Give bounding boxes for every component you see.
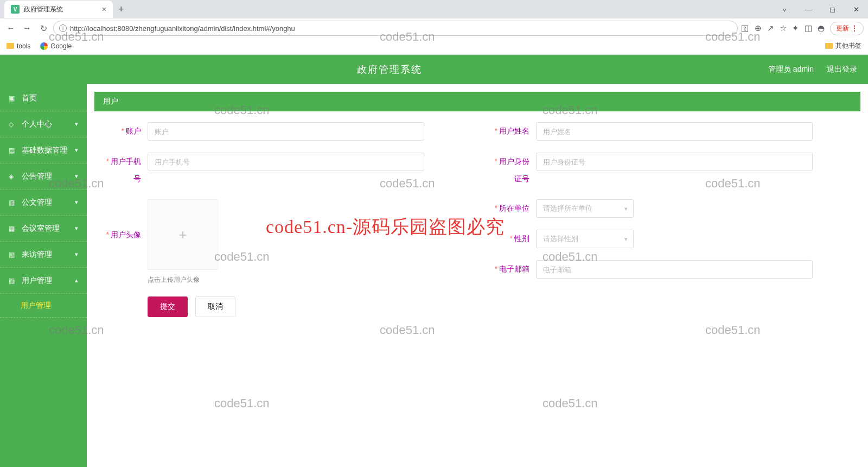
avatar-upload[interactable]: + xyxy=(148,199,218,270)
tab-bar: V 政府管理系统 × + — ◻ ✕ xyxy=(0,0,868,18)
folder-icon xyxy=(825,43,833,49)
email-input[interactable] xyxy=(536,260,813,279)
sidebar-subitem-usermgmt[interactable]: 用户管理 xyxy=(0,294,87,318)
chevron-up-icon: ▴ xyxy=(75,277,78,284)
bookmarks-bar: tools Google 其他书签 xyxy=(0,38,868,54)
key-icon[interactable]: ⚿ xyxy=(741,24,749,33)
url-bar[interactable]: i http://localhost:8080/zhengfuguanlixit… xyxy=(53,21,738,36)
tab-title: 政府管理系统 xyxy=(24,5,63,14)
sidebar-item-label: 公告管理 xyxy=(22,172,52,181)
user-area: 管理员 admin 退出登录 xyxy=(768,65,857,74)
label-email: *电子邮箱 xyxy=(488,260,536,279)
chevron-down-icon: ▾ xyxy=(75,173,78,180)
user-icon: ◇ xyxy=(9,121,17,128)
sidebar-item-notice[interactable]: ◈公告管理▾ xyxy=(0,163,87,190)
sidebar-item-label: 来访管理 xyxy=(22,250,52,260)
chevron-down-icon: ▾ xyxy=(75,251,78,258)
browser-tab[interactable]: V 政府管理系统 × xyxy=(4,1,113,18)
url-text: http://localhost:8080/zhengfuguanlixiton… xyxy=(70,24,295,33)
account-input[interactable] xyxy=(148,122,424,141)
vue-favicon-icon: V xyxy=(11,5,20,14)
user-form: *账户 *用户姓名 *用户手机号 *用户身份证号 xyxy=(94,111,860,323)
meeting-icon: ▦ xyxy=(9,225,17,232)
sidebar-item-document[interactable]: ▥公文管理▾ xyxy=(0,190,87,216)
gender-select[interactable]: 请选择性别▾ xyxy=(536,230,634,248)
chevron-down-icon: ▾ xyxy=(75,199,78,206)
form-actions: 提交 取消 xyxy=(100,296,855,317)
window-maximize-icon[interactable]: ◻ xyxy=(820,5,844,14)
current-user-label[interactable]: 管理员 admin xyxy=(768,65,814,74)
main-content: 用户 *账户 *用户姓名 *用户手机号 *用户身份证号 xyxy=(87,84,868,467)
chevron-down-icon: ▾ xyxy=(624,205,628,212)
phone-input[interactable] xyxy=(148,153,424,171)
username-input[interactable] xyxy=(536,122,813,141)
bookmark-star-icon[interactable]: ☆ xyxy=(780,23,787,33)
label-dept: *所在单位 xyxy=(488,199,536,218)
zoom-icon[interactable]: ⊕ xyxy=(755,23,762,33)
sidebar-item-label: 公文管理 xyxy=(22,198,52,207)
bookmark-other[interactable]: 其他书签 xyxy=(825,41,861,51)
sidebar-item-label: 个人中心 xyxy=(22,119,52,129)
label-gender: *性别 xyxy=(488,230,536,248)
back-icon[interactable]: ← xyxy=(4,23,17,33)
forward-icon[interactable]: → xyxy=(21,23,34,33)
sidebar-item-profile[interactable]: ◇个人中心▾ xyxy=(0,111,87,137)
sidebar-item-visit[interactable]: ▧来访管理▾ xyxy=(0,242,87,268)
sidebar-item-label: 用户管理 xyxy=(22,276,52,286)
side-panel-icon[interactable]: ◫ xyxy=(805,23,812,33)
chevron-down-icon: ▾ xyxy=(75,147,78,154)
panel-header: 用户 xyxy=(94,92,860,111)
window-dropdown-icon[interactable] xyxy=(773,5,796,14)
cancel-button[interactable]: 取消 xyxy=(195,296,235,317)
dept-select[interactable]: 请选择所在单位▾ xyxy=(536,199,634,218)
sidebar-item-meeting[interactable]: ▦会议室管理▾ xyxy=(0,216,87,242)
sidebar-item-basedata[interactable]: ▤基础数据管理▾ xyxy=(0,137,87,163)
sidebar: ▣首页 ◇个人中心▾ ▤基础数据管理▾ ◈公告管理▾ ▥公文管理▾ ▦会议室管理… xyxy=(0,84,87,467)
chevron-down-icon: ▾ xyxy=(75,121,78,128)
site-info-icon[interactable]: i xyxy=(59,24,67,32)
sidebar-item-usermgmt[interactable]: ▨用户管理▴ xyxy=(0,268,87,294)
window-minimize-icon[interactable]: — xyxy=(796,5,820,14)
label-account: *账户 xyxy=(100,122,148,140)
window-close-icon[interactable]: ✕ xyxy=(844,5,868,14)
nav-right: ⚿ ⊕ ↗ ☆ ✦ ◫ ◓ 更新⋮ xyxy=(741,22,864,35)
plus-icon: + xyxy=(178,226,187,243)
notice-icon: ◈ xyxy=(9,173,17,180)
chevron-down-icon: ▾ xyxy=(624,236,628,243)
bookmark-google[interactable]: Google xyxy=(40,42,72,50)
share-icon[interactable]: ↗ xyxy=(767,23,774,33)
nav-bar: ← → ↻ i http://localhost:8080/zhengfugua… xyxy=(0,18,868,38)
layout: ▣首页 ◇个人中心▾ ▤基础数据管理▾ ◈公告管理▾ ▥公文管理▾ ▦会议室管理… xyxy=(0,84,868,467)
sidebar-item-label: 基础数据管理 xyxy=(22,146,67,155)
home-icon: ▣ xyxy=(9,94,17,102)
folder-icon xyxy=(7,43,14,49)
visit-icon: ▧ xyxy=(9,251,17,258)
window-controls: — ◻ ✕ xyxy=(773,0,868,18)
tab-close-icon[interactable]: × xyxy=(102,5,106,14)
browser-chrome: V 政府管理系统 × + — ◻ ✕ ← → ↻ i http://localh… xyxy=(0,0,868,55)
chevron-down-icon: ▾ xyxy=(75,225,78,232)
profile-icon[interactable]: ◓ xyxy=(818,23,825,33)
extensions-icon[interactable]: ✦ xyxy=(792,23,799,33)
label-idcard: *用户身份证号 xyxy=(488,153,536,187)
sidebar-item-label: 首页 xyxy=(22,93,37,103)
update-button[interactable]: 更新⋮ xyxy=(830,22,864,35)
data-icon: ▤ xyxy=(9,147,17,154)
label-username: *用户姓名 xyxy=(488,122,536,140)
label-avatar: *用户头像 xyxy=(100,199,148,270)
sidebar-item-home[interactable]: ▣首页 xyxy=(0,85,87,111)
app-header: 政府管理系统 管理员 admin 退出登录 xyxy=(0,55,868,84)
logout-link[interactable]: 退出登录 xyxy=(827,65,857,74)
new-tab-button[interactable]: + xyxy=(113,4,130,15)
label-phone: *用户手机号 xyxy=(100,153,148,187)
users-icon: ▨ xyxy=(9,277,17,285)
reload-icon[interactable]: ↻ xyxy=(37,23,50,34)
submit-button[interactable]: 提交 xyxy=(148,296,188,317)
google-icon xyxy=(40,42,48,50)
app-title: 政府管理系统 xyxy=(11,63,768,76)
idcard-input[interactable] xyxy=(536,153,813,171)
bookmark-tools[interactable]: tools xyxy=(7,42,30,50)
avatar-upload-hint: 点击上传用户头像 xyxy=(148,275,424,285)
doc-icon: ▥ xyxy=(9,199,17,206)
sidebar-item-label: 会议室管理 xyxy=(22,224,60,234)
